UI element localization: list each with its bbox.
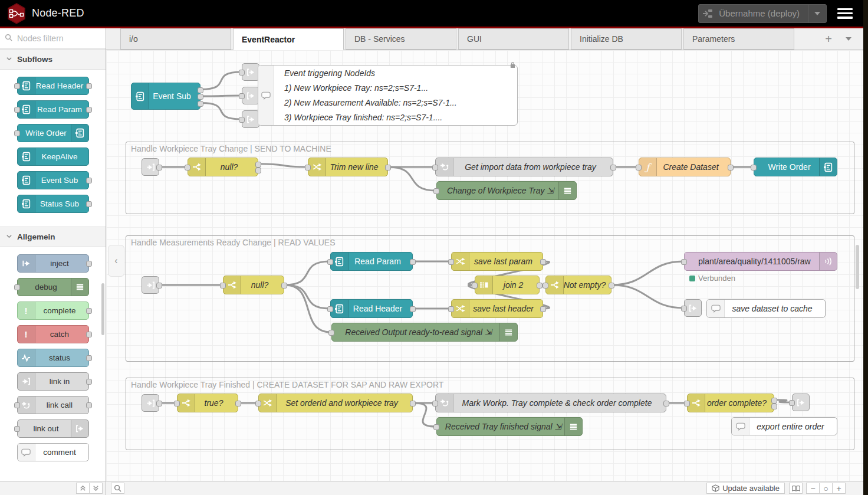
node-g2_dbg[interactable]: Received Output ready-to-read signal ⇲	[331, 323, 518, 342]
node-g2_null[interactable]: null?	[223, 276, 284, 294]
output-port[interactable]	[281, 283, 287, 289]
collapse-categories-button[interactable]	[76, 483, 90, 494]
node-g3_linkout[interactable]	[792, 394, 810, 411]
canvas-scrollbar[interactable]	[856, 245, 859, 289]
input-port[interactable]	[433, 424, 439, 430]
wire[interactable]	[413, 403, 436, 427]
zoom-out-button[interactable]: −	[806, 483, 820, 494]
node-g1_wo[interactable]: Write Order	[754, 158, 837, 176]
node-lo_b[interactable]	[242, 87, 259, 104]
output-port[interactable]	[86, 355, 92, 361]
node-g3_mark[interactable]: Mark Workp. Tray complete & check order …	[435, 394, 666, 412]
input-port[interactable]	[433, 188, 439, 194]
tab-initialize-db[interactable]: Initialize DB	[571, 28, 682, 50]
palette-node-link-out[interactable]: link out	[17, 419, 89, 438]
output-port[interactable]	[86, 83, 92, 89]
palette-node-status[interactable]: status	[17, 349, 89, 367]
canvas-search-button[interactable]	[111, 483, 124, 494]
output-port[interactable]	[156, 283, 162, 289]
output-port[interactable]	[156, 401, 162, 407]
node-g2_join[interactable]: join 2	[475, 276, 540, 294]
node-g3_true[interactable]: true?	[177, 394, 238, 412]
palette-category-allgemein[interactable]: Allgemein	[0, 227, 106, 247]
output-port[interactable]	[86, 402, 92, 408]
input-port[interactable]	[14, 402, 20, 408]
output-port[interactable]	[540, 306, 546, 312]
output-port[interactable]	[255, 162, 261, 168]
input-port[interactable]	[305, 165, 311, 171]
node-g2_readheader[interactable]: Read Header	[330, 299, 413, 318]
input-port[interactable]	[14, 426, 20, 432]
expand-categories-button[interactable]	[89, 483, 103, 494]
node-g3_set[interactable]: Set orderId and workpiece tray	[258, 394, 413, 412]
node-g2_notempty[interactable]: Not empty?	[545, 276, 611, 294]
input-port[interactable]	[542, 283, 548, 289]
output-port[interactable]	[255, 168, 261, 173]
node-g3_dbg[interactable]: Received Tray finished signal ⇲	[436, 417, 583, 436]
input-port[interactable]	[636, 165, 642, 171]
input-port[interactable]	[239, 117, 245, 123]
input-port[interactable]	[14, 130, 20, 136]
input-port[interactable]	[681, 306, 687, 312]
node-g1_trim[interactable]: Trim new line	[308, 158, 388, 176]
input-port[interactable]	[327, 259, 333, 265]
node-g2_comment[interactable]: save dataset to cache	[706, 299, 826, 318]
input-port[interactable]	[185, 165, 190, 171]
input-port[interactable]	[14, 107, 20, 113]
tab-eventreactor[interactable]: EventReactor	[233, 28, 344, 50]
update-available-button[interactable]: Update available	[706, 483, 785, 494]
flow-canvas[interactable]: ‹ Handle Workpiece Tray Change | SEND TO…	[106, 50, 863, 481]
palette-node-event-sub[interactable]: Event Sub	[17, 171, 89, 189]
output-port[interactable]	[771, 398, 777, 404]
input-port[interactable]	[327, 306, 333, 312]
node-lo_c[interactable]	[242, 110, 259, 128]
output-port[interactable]	[540, 259, 546, 265]
flow-list-button[interactable]	[840, 31, 857, 47]
node-g2_linkout[interactable]	[684, 299, 702, 317]
output-port[interactable]	[198, 101, 203, 107]
input-port[interactable]	[448, 259, 454, 265]
tab-parameters[interactable]: Parameters	[683, 28, 794, 50]
output-port[interactable]	[410, 306, 416, 312]
output-port[interactable]	[156, 165, 162, 171]
output-port[interactable]	[198, 87, 203, 93]
tab-db---services[interactable]: DB - Services	[346, 28, 456, 50]
output-port[interactable]	[198, 94, 203, 100]
tab-i/o[interactable]: i/o	[120, 28, 231, 50]
node-g1_get[interactable]: Get import data from workpiece tray	[435, 158, 613, 176]
input-port[interactable]	[14, 284, 20, 290]
input-port[interactable]	[472, 283, 478, 289]
wire[interactable]	[285, 261, 330, 285]
node-g2_readparam[interactable]: Read Param	[330, 252, 413, 271]
wire[interactable]	[201, 96, 241, 96]
input-port[interactable]	[14, 83, 20, 89]
palette-scrollbar[interactable]	[101, 283, 104, 335]
deploy-button[interactable]: Übernahme (deploy)	[698, 4, 827, 23]
node-g3_linkin[interactable]	[142, 394, 159, 412]
palette-node-debug[interactable]: debug	[17, 278, 89, 296]
node-eventsub[interactable]: Event Sub	[131, 83, 200, 110]
output-port[interactable]	[771, 404, 777, 409]
input-port[interactable]	[681, 259, 687, 265]
add-flow-button[interactable]: +	[820, 31, 837, 47]
wire[interactable]	[259, 164, 307, 167]
output-port[interactable]	[86, 178, 92, 183]
zoom-in-button[interactable]: +	[832, 483, 846, 494]
input-port[interactable]	[220, 283, 226, 289]
palette-node-keepalive[interactable]: KeepAlive	[17, 147, 89, 166]
node-g2_saveheader[interactable]: save last header	[451, 299, 543, 318]
palette-node-read-header[interactable]: Read Header	[17, 77, 89, 95]
input-port[interactable]	[239, 70, 245, 76]
wire[interactable]	[389, 167, 436, 191]
palette-node-comment[interactable]: comment	[17, 443, 89, 461]
node-g1_dbg[interactable]: Change of Workpiece Tray ⇲	[436, 181, 577, 200]
node-g2_linkin[interactable]	[142, 276, 159, 294]
output-port[interactable]	[410, 259, 416, 265]
tab-gui[interactable]: GUI	[458, 28, 569, 50]
output-port[interactable]	[410, 401, 416, 407]
wire[interactable]	[612, 261, 683, 285]
navigator-toggle-button[interactable]	[789, 483, 803, 494]
output-port[interactable]	[86, 261, 92, 267]
output-port[interactable]	[609, 283, 614, 289]
palette-collapse-button[interactable]: ‹	[108, 245, 124, 277]
